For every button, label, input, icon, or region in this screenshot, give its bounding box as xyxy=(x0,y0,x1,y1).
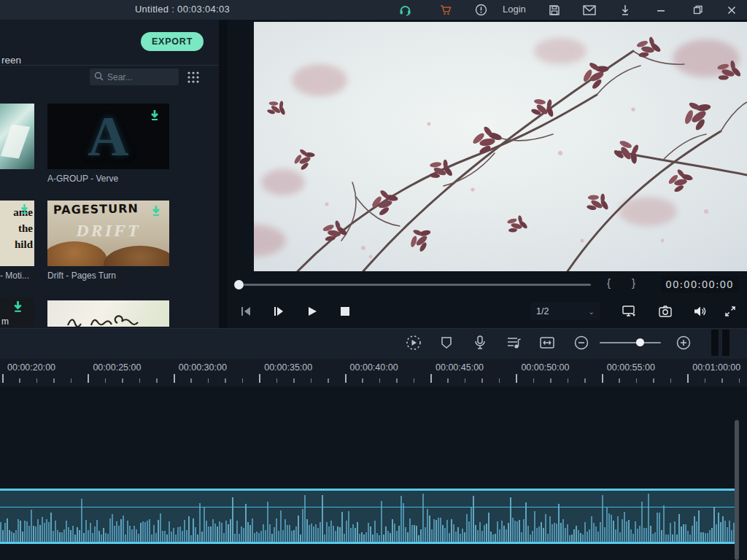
waveform-bar xyxy=(300,534,301,542)
zoom-out-icon[interactable] xyxy=(571,332,592,353)
close-icon[interactable] xyxy=(724,2,740,18)
waveform-bar xyxy=(722,516,724,542)
waveform-bar xyxy=(562,519,564,542)
download-media-icon[interactable] xyxy=(150,205,162,217)
ruler-tick-minor xyxy=(19,378,20,383)
waveform-bar xyxy=(433,519,435,542)
mark-in-icon[interactable]: { xyxy=(607,276,611,289)
waveform-bar xyxy=(195,527,196,542)
render-preview-icon[interactable] xyxy=(403,332,424,353)
waveform-bar xyxy=(466,514,468,542)
media-thumb-partial-3[interactable]: m xyxy=(0,298,34,327)
timeline-zoom-slider-handle[interactable] xyxy=(636,338,644,346)
waveform-bar xyxy=(523,519,525,542)
waveform-bar xyxy=(597,532,599,542)
login-button[interactable]: Login xyxy=(503,4,526,15)
media-thumb-a-group-verve[interactable]: A xyxy=(47,104,169,169)
waveform-bar xyxy=(486,524,487,542)
waveform-bar xyxy=(346,521,347,542)
marker-shield-icon[interactable] xyxy=(436,332,457,353)
waveform-bar xyxy=(372,534,374,542)
waveform-bar xyxy=(315,524,317,542)
waveform-bar xyxy=(83,533,85,542)
search-box[interactable] xyxy=(90,69,179,85)
preview-scrubber-track[interactable] xyxy=(244,284,591,286)
waveform-bar xyxy=(374,521,376,542)
cart-icon[interactable] xyxy=(438,2,454,18)
waveform-bar xyxy=(431,529,433,542)
waveform-bar xyxy=(446,520,448,542)
record-voiceover-mic-icon[interactable] xyxy=(470,332,490,353)
waveform-bar xyxy=(512,518,514,542)
waveform-bar xyxy=(551,524,553,542)
waveform-bar xyxy=(206,521,207,542)
waveform-bar xyxy=(606,507,608,542)
media-thumb-partial-2[interactable]: ame the hild xyxy=(0,201,34,266)
preview-quality-dropdown[interactable]: 1/2 ⌄ xyxy=(530,303,600,320)
waveform-bar xyxy=(265,530,266,542)
waveform-bar xyxy=(129,526,131,542)
waveform-bar xyxy=(639,526,640,542)
waveform-bar xyxy=(101,534,102,542)
waveform-bar xyxy=(387,531,389,542)
vertical-scrollbar[interactable] xyxy=(735,420,739,560)
nav-tab-screen-fragment[interactable]: reen xyxy=(1,55,21,66)
waveform-bar xyxy=(94,526,96,542)
download-media-icon[interactable] xyxy=(19,203,30,215)
waveform-bar xyxy=(0,522,1,542)
preview-scrubber-knob[interactable] xyxy=(234,280,244,289)
info-icon[interactable] xyxy=(473,2,489,18)
zoom-in-icon[interactable] xyxy=(673,332,694,353)
download-media-icon[interactable] xyxy=(12,300,24,314)
audio-mixer-icon[interactable] xyxy=(503,332,524,353)
timeline-zoom-slider-track[interactable] xyxy=(600,342,661,343)
waveform-bar xyxy=(302,509,303,542)
headset-support-icon[interactable] xyxy=(397,2,413,18)
pause-icon[interactable] xyxy=(711,330,732,356)
media-thumb-partial-4[interactable] xyxy=(47,300,169,327)
waveform-bar xyxy=(554,523,555,542)
grid-view-icon[interactable] xyxy=(185,70,201,85)
audio-volume-line[interactable] xyxy=(0,507,735,508)
waveform-bar xyxy=(589,529,590,542)
timeline-ruler[interactable]: 00:00:20:0000:00:25:0000:00:30:0000:00:3… xyxy=(0,359,747,386)
waveform-bar xyxy=(278,531,279,542)
waveform-bar xyxy=(127,521,128,542)
export-button[interactable]: EXPORT xyxy=(141,32,204,51)
audio-clip[interactable] xyxy=(0,489,735,544)
media-thumb-partial-1[interactable] xyxy=(0,104,34,169)
video-preview[interactable] xyxy=(254,22,747,271)
ruler-tick-minor xyxy=(499,378,500,383)
snapshot-camera-icon[interactable] xyxy=(656,303,675,320)
download-icon[interactable] xyxy=(617,2,633,18)
waveform-bar xyxy=(204,508,205,542)
waveform-bar xyxy=(521,532,522,542)
detach-display-icon[interactable] xyxy=(620,303,639,320)
fit-timeline-zoom-icon[interactable] xyxy=(537,332,557,353)
waveform-bar xyxy=(160,513,161,542)
media-thumb-drift-pages-turn[interactable]: PAGESTURN DRIFT xyxy=(47,201,169,266)
waveform-bar xyxy=(481,531,483,542)
waveform-bar xyxy=(514,521,516,542)
waveform-bar xyxy=(197,534,198,542)
waveform-bar xyxy=(317,528,319,542)
waveform-bar xyxy=(245,504,247,542)
waveform-bar xyxy=(425,527,426,542)
restore-icon[interactable] xyxy=(690,2,706,18)
stop-button[interactable] xyxy=(336,303,355,320)
next-frame-button[interactable] xyxy=(269,303,288,320)
play-button[interactable] xyxy=(303,303,322,320)
ruler-tick-minor xyxy=(139,378,141,383)
mail-icon[interactable] xyxy=(581,2,597,18)
waveform-bar xyxy=(256,532,258,542)
waveform-bar xyxy=(151,534,152,542)
save-icon[interactable] xyxy=(546,2,562,18)
download-media-icon[interactable] xyxy=(149,109,160,122)
minimize-icon[interactable] xyxy=(653,2,669,18)
volume-icon[interactable] xyxy=(691,303,710,320)
ruler-timecode-label: 00:00:50:00 xyxy=(521,362,569,373)
fullscreen-icon[interactable] xyxy=(721,303,740,320)
mark-out-icon[interactable]: } xyxy=(632,276,635,289)
previous-frame-button[interactable] xyxy=(236,303,255,320)
search-input[interactable] xyxy=(107,72,174,82)
